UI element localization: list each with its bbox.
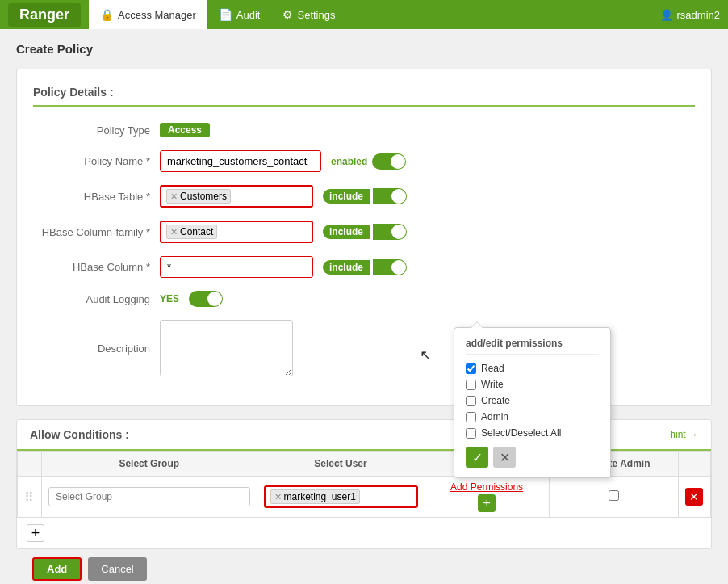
enabled-toggle-knob (391, 154, 405, 169)
write-label: Write (481, 379, 504, 390)
popup-admin-row: Admin (466, 411, 599, 422)
hbase-columnfamily-label: HBase Column-family * (33, 226, 150, 238)
col-select-group-header: Select Group (42, 452, 257, 477)
delegate-admin-cell (549, 477, 678, 518)
admin-label: Admin (481, 411, 508, 422)
user-info: 👤 rsadmin2 (660, 9, 720, 21)
hint-link[interactable]: hint → (670, 429, 698, 440)
popup-selectall-row: Select/Deselect All (466, 427, 599, 439)
add-permissions-link[interactable]: Add Permissions (432, 481, 542, 493)
read-label: Read (481, 363, 504, 374)
policy-name-row: Policy Name * enabled (33, 150, 695, 172)
audit-toggle-knob (207, 292, 222, 306)
user-tag-remove-icon[interactable]: ✕ (274, 492, 282, 502)
policy-name-label: Policy Name * (33, 155, 150, 167)
user-icon: 👤 (660, 9, 673, 21)
table-row: ⠿ ✕ marketing_user1 A (18, 477, 711, 518)
audit-logging-row: Audit Logging YES (33, 291, 695, 307)
description-label: Description (33, 342, 150, 355)
popup-cancel-button[interactable]: ✕ (493, 447, 516, 468)
description-input[interactable] (160, 320, 293, 376)
include-knob-2 (373, 224, 407, 240)
drag-handle-icon[interactable]: ⠿ (24, 490, 34, 504)
delete-row-button[interactable]: ✕ (685, 488, 703, 506)
nav-access-manager[interactable]: 🔒 Access Manager (89, 0, 207, 29)
policy-type-label: Policy Type (33, 124, 150, 137)
include-label-3: include (323, 260, 370, 275)
nav-settings[interactable]: ⚙ Settings (271, 0, 346, 29)
include-label-2: include (323, 225, 370, 239)
action-cell: ✕ (679, 477, 711, 518)
audit-logging-label: Audit Logging (33, 293, 150, 305)
admin-checkbox[interactable] (466, 412, 476, 422)
hbase-column-input[interactable] (160, 256, 313, 278)
nav-audit-label: Audit (236, 9, 261, 21)
read-checkbox[interactable] (466, 363, 476, 374)
include-toggle-2[interactable]: include (323, 224, 407, 240)
delegate-admin-checkbox[interactable] (609, 490, 619, 501)
enabled-toggle[interactable] (372, 153, 406, 170)
add-row-icon: + (31, 525, 40, 542)
drag-cell: ⠿ (18, 477, 42, 518)
nav-settings-label: Settings (297, 9, 335, 21)
audit-toggle[interactable] (189, 291, 223, 307)
hbase-columnfamily-tag-label: Contact (180, 226, 213, 237)
add-row-button[interactable]: + (27, 524, 44, 542)
write-checkbox[interactable] (466, 380, 476, 390)
create-checkbox[interactable] (466, 396, 476, 406)
permissions-popup: add/edit permissions Read Write Create A… (454, 327, 611, 478)
add-button[interactable]: Add (32, 557, 82, 581)
create-label: Create (481, 395, 510, 406)
col-select-user-header: Select User (257, 452, 425, 477)
confirm-icon: ✓ (472, 450, 483, 465)
popup-create-row: Create (466, 395, 599, 406)
include-knob-1 (373, 188, 407, 204)
allow-conditions-title: Allow Conditions : (30, 428, 129, 441)
include-toggle-1[interactable]: include (323, 188, 407, 204)
audit-yes-label: YES (160, 293, 179, 305)
hbase-columnfamily-input[interactable]: ✕ Contact (160, 221, 313, 243)
include-knob-3 (373, 259, 407, 275)
include-toggle-3[interactable]: include (323, 259, 407, 275)
select-user-input[interactable]: ✕ marketing_user1 (264, 485, 418, 508)
select-group-cell (42, 477, 257, 518)
hbase-columnfamily-row: HBase Column-family * ✕ Contact include (33, 221, 695, 243)
col-drag (18, 452, 42, 477)
include-label-1: include (323, 189, 370, 204)
hbase-table-input[interactable]: ✕ Customers (160, 185, 313, 208)
policy-type-row: Policy Type Access (33, 123, 695, 137)
settings-icon: ⚙ (282, 8, 293, 21)
delete-icon: ✕ (689, 490, 699, 503)
page-title: Create Policy (16, 42, 712, 56)
hbase-table-tag: ✕ Customers (166, 189, 231, 204)
hbase-table-row: HBase Table * ✕ Customers include (33, 185, 695, 208)
user-tag: ✕ marketing_user1 (270, 489, 360, 504)
hbase-table-remove-icon[interactable]: ✕ (170, 191, 178, 202)
plus-icon: + (483, 496, 490, 510)
selectall-label: Select/Deselect All (481, 427, 561, 439)
enabled-toggle-wrap: enabled (331, 153, 406, 170)
lock-icon: 🔒 (100, 8, 114, 21)
nav-access-manager-label: Access Manager (118, 9, 196, 21)
popup-confirm-button[interactable]: ✓ (466, 447, 488, 468)
username-label: rsadmin2 (677, 9, 720, 21)
popup-actions: ✓ ✕ (466, 447, 599, 468)
selectall-checkbox[interactable] (466, 428, 476, 439)
hbase-column-row: HBase Column * include (33, 256, 695, 278)
cancel-button[interactable]: Cancel (88, 557, 146, 581)
select-user-cell: ✕ marketing_user1 (257, 477, 425, 518)
policy-name-input[interactable] (160, 150, 321, 172)
col-action-header (679, 452, 711, 477)
add-permissions-button[interactable]: + (478, 494, 496, 512)
nav-audit[interactable]: 📄 Audit (207, 0, 272, 29)
hbase-columnfamily-tag: ✕ Contact (166, 225, 217, 239)
hbase-columnfamily-remove-icon[interactable]: ✕ (170, 227, 178, 237)
hbase-column-label: HBase Column * (33, 261, 150, 273)
app-brand[interactable]: Ranger (8, 3, 81, 27)
audit-icon: 📄 (219, 8, 232, 21)
popup-title: add/edit permissions (466, 338, 599, 355)
user-tag-label: marketing_user1 (284, 491, 356, 502)
select-group-input[interactable] (48, 487, 250, 506)
navbar: Ranger 🔒 Access Manager 📄 Audit ⚙ Settin… (0, 0, 728, 29)
policy-details-title: Policy Details : (33, 86, 695, 107)
